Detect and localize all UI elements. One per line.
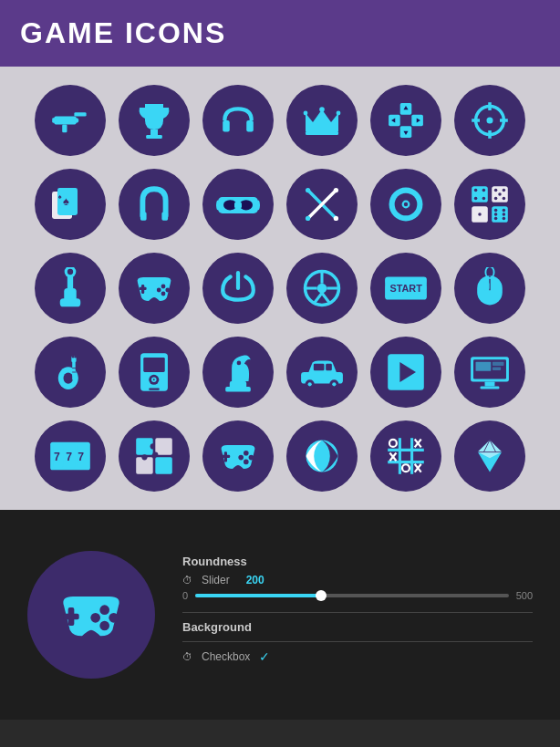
monitor-icon-circle[interactable] [454, 337, 525, 408]
divider [182, 612, 533, 613]
svg-point-23 [486, 117, 493, 123]
steering-wheel-icon-circle[interactable] [286, 253, 358, 324]
svg-point-41 [334, 188, 338, 192]
crown-icon-circle[interactable] [286, 85, 358, 156]
icon-row-3: START [27, 253, 533, 324]
svg-point-78 [161, 292, 166, 296]
svg-point-3 [74, 118, 78, 122]
slots-icon-circle[interactable]: 7 7 7 [35, 420, 106, 492]
slider-thumb[interactable] [316, 590, 327, 601]
dice-icon-circle[interactable] [454, 169, 525, 240]
diamond-icon-circle[interactable] [454, 420, 525, 492]
icon-row-4 [27, 337, 533, 408]
roundness-control: Roundness ⏱ Slider 200 0 500 [182, 555, 533, 601]
swords-icon-circle[interactable] [286, 169, 358, 240]
svg-rect-102 [143, 358, 164, 372]
checkbox-icon: ⏱ [182, 651, 192, 662]
svg-point-113 [308, 382, 312, 386]
svg-point-67 [503, 213, 506, 216]
controls-panel: Roundness ⏱ Slider 200 0 500 Background … [182, 555, 533, 675]
gamepad2-icon-circle[interactable] [202, 420, 274, 492]
svg-rect-92 [483, 282, 489, 290]
mouse-icon-circle[interactable] [454, 253, 525, 324]
svg-point-134 [150, 443, 156, 449]
dpad-icon-circle[interactable] [370, 85, 441, 156]
svg-point-157 [402, 464, 410, 472]
svg-point-52 [482, 197, 486, 201]
svg-point-142 [244, 451, 249, 456]
svg-point-144 [238, 455, 244, 461]
disc-icon-circle[interactable] [370, 169, 441, 240]
tic-tac-toe-icon-circle[interactable] [370, 420, 441, 492]
svg-text:7: 7 [78, 451, 84, 463]
mp3-player-icon-circle[interactable] [119, 337, 190, 408]
svg-rect-166 [63, 614, 78, 620]
svg-marker-9 [306, 109, 338, 131]
guitar-icon-circle[interactable] [35, 337, 106, 408]
checkbox-checkmark[interactable]: ✓ [259, 649, 270, 664]
car-icon-circle[interactable] [286, 337, 358, 408]
roundness-label: Roundness [182, 555, 533, 568]
slider-min: 0 [182, 590, 188, 601]
svg-text:♠: ♠ [63, 195, 69, 208]
svg-text:♠: ♠ [58, 193, 62, 201]
play-button-icon-circle[interactable] [370, 337, 441, 408]
svg-point-114 [332, 382, 336, 386]
icon-row-2: ♠ ♠ [27, 169, 533, 240]
svg-point-72 [67, 269, 73, 275]
svg-point-66 [494, 213, 498, 216]
svg-rect-7 [223, 120, 230, 132]
svg-text:7: 7 [54, 451, 60, 463]
svg-point-145 [244, 460, 249, 465]
svg-point-60 [478, 213, 482, 216]
svg-point-11 [319, 107, 325, 112]
background-label: Background [182, 620, 533, 634]
horseshoe-icon-circle[interactable] [119, 169, 190, 240]
headphones-icon-circle[interactable] [202, 85, 274, 156]
svg-rect-139 [155, 457, 171, 473]
power-icon-circle[interactable] [202, 253, 274, 324]
slider-value: 200 [246, 574, 264, 586]
svg-rect-1 [74, 112, 86, 116]
svg-rect-121 [485, 381, 495, 386]
beach-ball-icon-circle[interactable] [286, 420, 358, 492]
svg-rect-115 [314, 364, 325, 371]
puzzle-icon-circle[interactable] [119, 420, 190, 492]
joystick-icon-circle[interactable] [35, 253, 106, 324]
background-control: Background ⏱ Checkbox ✓ [182, 620, 533, 664]
cards-icon-circle[interactable]: ♠ ♠ [35, 169, 106, 240]
svg-point-81 [317, 284, 327, 294]
svg-rect-5 [150, 130, 158, 135]
page-title: GAME ICONS [20, 16, 540, 50]
svg-rect-10 [306, 131, 338, 135]
trophy-icon-circle[interactable] [119, 85, 190, 156]
svg-point-109 [237, 361, 242, 366]
svg-rect-106 [149, 388, 160, 389]
svg-point-76 [165, 288, 170, 293]
slider-max: 500 [516, 590, 533, 601]
svg-rect-141 [222, 455, 231, 458]
svg-rect-124 [493, 362, 504, 366]
svg-point-63 [503, 209, 506, 213]
start-button-icon-circle[interactable]: START [370, 253, 441, 324]
svg-point-55 [503, 189, 506, 192]
bottom-panel: Roundness ⏱ Slider 200 0 500 Background … [0, 510, 560, 720]
svg-point-51 [474, 197, 478, 201]
vr-headset-icon-circle[interactable] [202, 169, 274, 240]
svg-point-169 [90, 613, 100, 623]
svg-point-170 [99, 621, 109, 631]
svg-rect-37 [234, 202, 242, 208]
svg-point-168 [109, 613, 119, 623]
controller-icon-circle[interactable] [119, 253, 190, 324]
svg-rect-125 [493, 368, 501, 370]
gun-icon-circle[interactable] [35, 85, 106, 156]
svg-point-136 [152, 452, 158, 458]
crosshair-icon-circle[interactable] [454, 85, 525, 156]
chess-knight-icon-circle[interactable] [202, 337, 274, 408]
svg-point-54 [494, 189, 498, 192]
svg-point-138 [141, 454, 147, 460]
icon-row-5: 7 7 7 [27, 420, 533, 492]
svg-text:7: 7 [66, 451, 72, 463]
slider-track[interactable] [195, 594, 509, 597]
svg-point-167 [99, 605, 109, 615]
